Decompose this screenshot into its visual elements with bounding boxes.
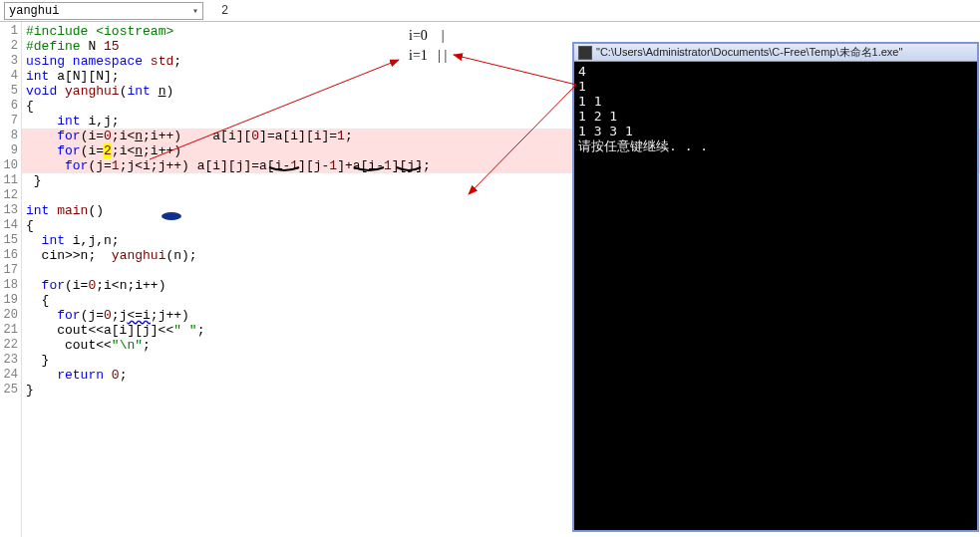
line-number: 20	[0, 308, 21, 323]
handwritten-note-2: i=1 | |	[409, 48, 447, 64]
line-number: 8	[0, 129, 21, 143]
line-number: 16	[0, 248, 21, 263]
handwritten-note-1: i=0 |	[409, 28, 445, 44]
toolbar: yanghui 2	[0, 0, 980, 22]
line-number: 3	[0, 54, 21, 69]
line-number: 19	[0, 293, 21, 308]
code-line[interactable]: #include <iostream>	[22, 24, 980, 39]
line-number: 6	[0, 99, 21, 114]
line-number: 25	[0, 383, 21, 398]
function-combo[interactable]: yanghui	[4, 2, 203, 20]
line-number: 18	[0, 278, 21, 293]
page-indicator: 2	[211, 4, 238, 18]
console-body: 4 1 1 1 1 2 1 1 3 3 1 请按任意键继续. . .	[574, 62, 977, 155]
console-titlebar[interactable]: "C:\Users\Administrator\Documents\C-Free…	[574, 44, 977, 62]
line-gutter: 1234567891011121314151617181920212223242…	[0, 22, 22, 537]
line-number: 7	[0, 114, 21, 129]
combo-value: yanghui	[9, 4, 59, 18]
line-number: 24	[0, 368, 21, 383]
line-number: 22	[0, 338, 21, 353]
console-window[interactable]: "C:\Users\Administrator\Documents\C-Free…	[572, 42, 979, 532]
line-number: 4	[0, 69, 21, 84]
line-number: 2	[0, 39, 21, 54]
line-number: 15	[0, 233, 21, 248]
line-number: 17	[0, 263, 21, 278]
line-number: 14	[0, 218, 21, 233]
console-icon	[578, 46, 592, 60]
line-number: 10	[0, 158, 21, 173]
line-number: 1	[0, 24, 21, 39]
line-number: 13	[0, 203, 21, 218]
line-number: 21	[0, 323, 21, 338]
line-number: 9	[0, 143, 21, 158]
line-number: 23	[0, 353, 21, 368]
console-title-text: "C:\Users\Administrator\Documents\C-Free…	[596, 45, 902, 60]
line-number: 12	[0, 188, 21, 203]
line-number: 11	[0, 173, 21, 188]
line-number: 5	[0, 84, 21, 99]
